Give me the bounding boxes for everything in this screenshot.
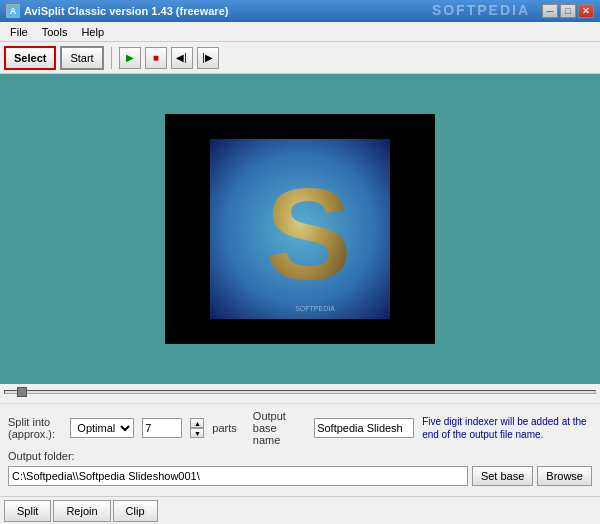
select-button[interactable]: Select xyxy=(4,46,56,70)
controls-area: Split into (approx.): Optimal Size Time … xyxy=(0,404,600,496)
clip-tab-button[interactable]: Clip xyxy=(113,500,158,522)
minimize-button[interactable]: ─ xyxy=(542,4,558,18)
menu-help[interactable]: Help xyxy=(75,25,110,39)
set-base-button[interactable]: Set base xyxy=(472,466,533,486)
split-tab-button[interactable]: Split xyxy=(4,500,51,522)
video-frame: S SOFTPEDIA xyxy=(165,114,435,344)
folder-row: Output folder: xyxy=(8,450,592,462)
timeline-slider-area xyxy=(0,384,600,404)
output-base-input[interactable] xyxy=(314,418,414,438)
rejoin-tab-button[interactable]: Rejoin xyxy=(53,500,110,522)
prev-button[interactable]: ◀| xyxy=(171,47,193,69)
start-button[interactable]: Start xyxy=(60,46,103,70)
output-base-label: Output base name xyxy=(253,410,306,446)
output-hint: Five digit indexer will be added at the … xyxy=(422,415,592,441)
timeline-track[interactable] xyxy=(4,390,596,394)
folder-input-row: Set base Browse xyxy=(8,466,592,486)
title-bar: A AviSplit Classic version 1.43 (freewar… xyxy=(0,0,600,22)
toolbar: Select Start ▶ ■ ◀| |▶ xyxy=(0,42,600,74)
split-mode-select[interactable]: Optimal Size Time xyxy=(70,418,134,438)
video-preview-area: S SOFTPEDIA xyxy=(0,74,600,384)
stop-button[interactable]: ■ xyxy=(145,47,167,69)
toolbar-separator xyxy=(111,47,112,69)
parts-label: parts xyxy=(212,422,236,434)
spinner-down[interactable]: ▼ xyxy=(190,428,204,438)
maximize-button[interactable]: □ xyxy=(560,4,576,18)
folder-label: Output folder: xyxy=(8,450,75,462)
split-label: Split into (approx.): xyxy=(8,416,62,440)
softpedia-watermark: SOFTPEDIA xyxy=(432,2,530,18)
close-button[interactable]: ✕ xyxy=(578,4,594,18)
menu-bar: File Tools Help xyxy=(0,22,600,42)
svg-text:SOFTPEDIA: SOFTPEDIA xyxy=(295,305,335,312)
split-value-input[interactable] xyxy=(142,418,182,438)
folder-path-input[interactable] xyxy=(8,466,468,486)
spinner-up[interactable]: ▲ xyxy=(190,418,204,428)
split-controls-row: Split into (approx.): Optimal Size Time … xyxy=(8,410,592,446)
window-title: AviSplit Classic version 1.43 (freeware) xyxy=(24,5,228,17)
menu-tools[interactable]: Tools xyxy=(36,25,74,39)
split-value-spinner[interactable]: ▲ ▼ xyxy=(190,418,204,438)
timeline-thumb[interactable] xyxy=(17,387,27,397)
menu-file[interactable]: File xyxy=(4,25,34,39)
video-content: S SOFTPEDIA xyxy=(210,139,390,319)
play-button[interactable]: ▶ xyxy=(119,47,141,69)
bottom-toolbar: Split Rejoin Clip xyxy=(0,496,600,524)
browse-button[interactable]: Browse xyxy=(537,466,592,486)
app-icon: A xyxy=(6,4,20,18)
next-button[interactable]: |▶ xyxy=(197,47,219,69)
window-controls: ─ □ ✕ xyxy=(542,4,594,18)
svg-text:S: S xyxy=(265,161,352,307)
